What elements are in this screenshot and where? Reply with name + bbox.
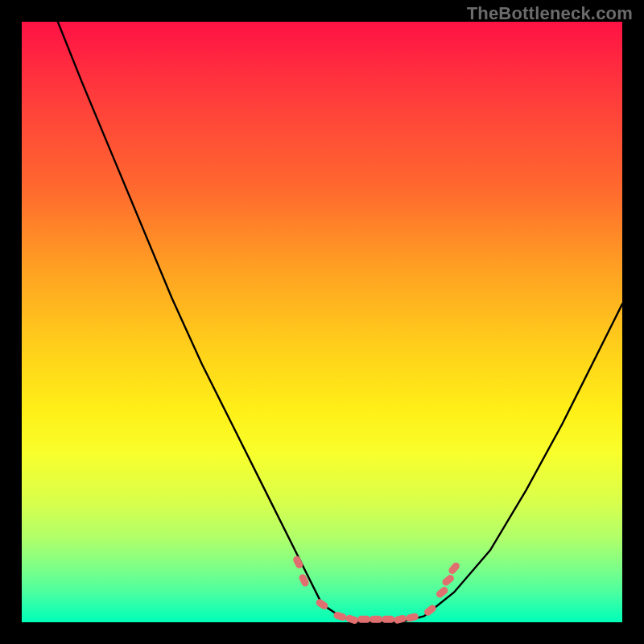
curve-marker [369, 616, 382, 623]
curve-markers [292, 555, 461, 625]
curve-marker [357, 616, 370, 623]
curve-marker [292, 555, 304, 569]
chart-plot-area [22, 22, 622, 622]
curve-marker [315, 597, 329, 610]
watermark-text: TheBottleneck.com [467, 3, 633, 24]
chart-svg [22, 22, 622, 622]
curve-marker [382, 616, 394, 623]
curve-marker [447, 561, 460, 576]
chart-frame: TheBottleneck.com [0, 0, 644, 644]
curve-marker [441, 573, 456, 587]
bottleneck-curve [58, 22, 622, 622]
curve-marker [345, 614, 359, 625]
